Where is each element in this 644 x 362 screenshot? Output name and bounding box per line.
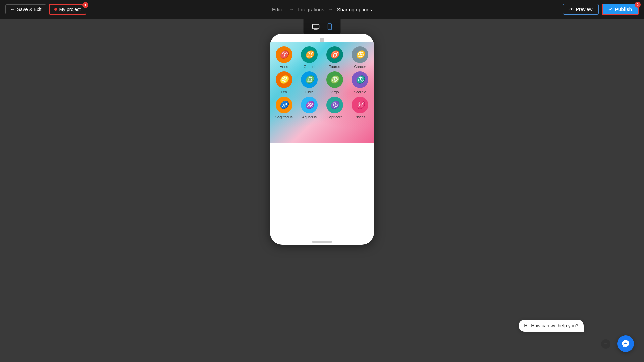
eye-icon: 👁 xyxy=(569,7,574,12)
back-icon: ← xyxy=(10,7,15,12)
zodiac-grid: ♈Aries♊Gemini♉Taurus♋Cancer♌Leo♎Libra♍Vi… xyxy=(270,42,374,123)
zodiac-item-aquarius[interactable]: ♒Aquarius xyxy=(298,97,321,119)
project-badge: 1 xyxy=(82,2,88,8)
preview-button[interactable]: 👁 Preview xyxy=(563,4,599,15)
zodiac-label-sagittarius: Sagittarius xyxy=(275,115,293,119)
topbar-right: 👁 Preview ✓ Publish 2 xyxy=(563,4,639,15)
topbar-center: Editor → Integrations → Sharing options xyxy=(272,7,372,12)
zodiac-circle-leo: ♌ xyxy=(276,71,292,88)
zodiac-circle-taurus: ♉ xyxy=(326,46,343,63)
save-exit-button[interactable]: ← Save & Exit xyxy=(5,4,46,14)
zodiac-label-leo: Leo xyxy=(281,90,287,94)
preview-label: Preview xyxy=(576,7,593,12)
phone-screen: ♈Aries♊Gemini♉Taurus♋Cancer♌Leo♎Libra♍Vi… xyxy=(270,42,374,239)
nav-arrow-2: → xyxy=(328,7,333,12)
device-switcher xyxy=(304,19,341,35)
zodiac-label-libra: Libra xyxy=(305,90,313,94)
zodiac-item-cancer[interactable]: ♋Cancer xyxy=(349,46,372,69)
zoom-minus-button[interactable]: − xyxy=(601,339,610,349)
nav-editor[interactable]: Editor xyxy=(272,7,285,12)
zodiac-item-libra[interactable]: ♎Libra xyxy=(298,71,321,94)
zodiac-item-leo[interactable]: ♌Leo xyxy=(273,71,296,94)
zodiac-item-virgo[interactable]: ♍Virgo xyxy=(323,71,346,94)
zodiac-item-sagittarius[interactable]: ♐Sagittarius xyxy=(273,97,296,119)
zodiac-item-gemini[interactable]: ♊Gemini xyxy=(298,46,321,69)
nav-arrow-1: → xyxy=(289,7,294,12)
svg-rect-0 xyxy=(313,24,319,29)
zodiac-circle-gemini: ♊ xyxy=(301,46,318,63)
zodiac-circle-pisces: ♓ xyxy=(352,97,368,113)
chat-bubble: Hi! How can we help you? xyxy=(519,320,584,332)
svg-point-5 xyxy=(329,29,330,29)
publish-button[interactable]: ✓ Publish 2 xyxy=(602,4,639,15)
publish-badge: 2 xyxy=(635,2,641,8)
project-dot-icon xyxy=(54,8,57,11)
zodiac-circle-scorpio: ♏ xyxy=(352,71,368,88)
zodiac-circle-capricorn: ♑ xyxy=(326,97,343,113)
zodiac-label-scorpio: Scorpio xyxy=(354,90,366,94)
publish-label: Publish xyxy=(615,7,632,12)
zodiac-label-cancer: Cancer xyxy=(354,65,366,69)
zodiac-circle-libra: ♎ xyxy=(301,71,318,88)
zodiac-label-pisces: Pisces xyxy=(355,115,365,119)
desktop-view-button[interactable] xyxy=(309,22,323,32)
nav-sharing-options[interactable]: Sharing options xyxy=(337,7,372,12)
zodiac-circle-aries: ♈ xyxy=(276,46,292,63)
project-button[interactable]: My project 1 xyxy=(49,4,86,15)
zodiac-item-aries[interactable]: ♈Aries xyxy=(273,46,296,69)
zodiac-item-scorpio[interactable]: ♏Scorpio xyxy=(349,71,372,94)
chat-icon-button[interactable] xyxy=(617,335,634,352)
zodiac-circle-aquarius: ♒ xyxy=(301,97,318,113)
chat-bubble-text: Hi! How can we help you? xyxy=(524,323,578,328)
zodiac-circle-virgo: ♍ xyxy=(326,71,343,88)
minus-icon: − xyxy=(604,341,607,347)
zodiac-circle-sagittarius: ♐ xyxy=(276,97,292,113)
topbar: ← Save & Exit My project 1 Editor → Inte… xyxy=(0,0,644,19)
messenger-icon xyxy=(621,339,630,348)
zodiac-label-aquarius: Aquarius xyxy=(302,115,317,119)
zodiac-background: ♈Aries♊Gemini♉Taurus♋Cancer♌Leo♎Libra♍Vi… xyxy=(270,42,374,143)
phone-mockup: ♈Aries♊Gemini♉Taurus♋Cancer♌Leo♎Libra♍Vi… xyxy=(270,34,374,245)
zodiac-label-taurus: Taurus xyxy=(329,65,340,69)
zodiac-circle-cancer: ♋ xyxy=(352,46,368,63)
zodiac-label-virgo: Virgo xyxy=(330,90,339,94)
topbar-left: ← Save & Exit My project 1 xyxy=(5,4,86,15)
phone-home-bar xyxy=(312,241,332,243)
zodiac-label-capricorn: Capricorn xyxy=(327,115,343,119)
phone-notch xyxy=(320,38,324,42)
zodiac-label-aries: Aries xyxy=(280,65,288,69)
nav-integrations[interactable]: Integrations xyxy=(298,7,324,12)
zodiac-item-capricorn[interactable]: ♑Capricorn xyxy=(323,97,346,119)
zodiac-item-pisces[interactable]: ♓Pisces xyxy=(349,97,372,119)
mobile-view-button[interactable] xyxy=(324,21,335,32)
zodiac-label-gemini: Gemini xyxy=(304,65,315,69)
check-icon: ✓ xyxy=(609,7,613,12)
zodiac-item-taurus[interactable]: ♉Taurus xyxy=(323,46,346,69)
save-exit-label: Save & Exit xyxy=(17,7,41,12)
project-label: My project xyxy=(59,7,81,12)
